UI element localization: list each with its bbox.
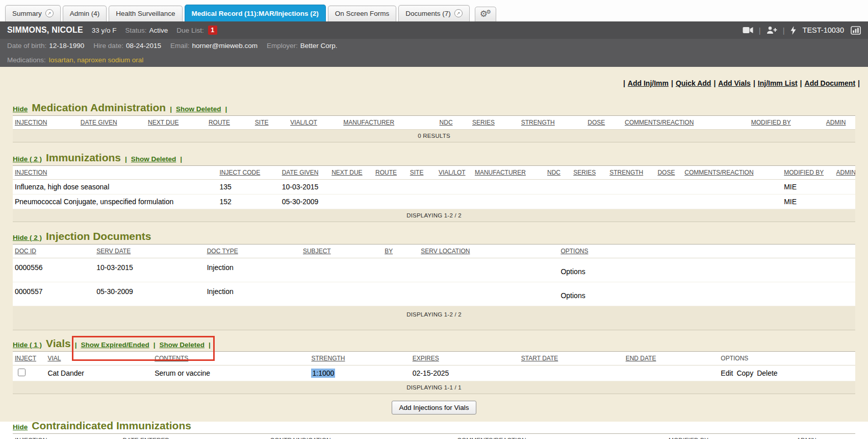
column-header-site[interactable]: SITE: [253, 116, 288, 130]
column-header-series[interactable]: SERIES: [571, 166, 607, 180]
add-injections-for-vials-button[interactable]: Add Injections for Vials: [392, 401, 476, 414]
tab-medical-record-label: Medical Record (11):MAR/Injections (2): [192, 10, 319, 17]
lightning-bolt-icon[interactable]: [790, 26, 796, 35]
show-deleted-link[interactable]: Show Deleted: [160, 341, 205, 349]
show-deleted-link[interactable]: Show Deleted: [176, 105, 221, 113]
table-row: 0000556 10-03-2015 Injection Options: [13, 258, 855, 282]
column-header-date-given[interactable]: DATE GIVEN: [280, 166, 329, 180]
column-header-ndc[interactable]: NDC: [545, 166, 571, 180]
vial-row-checkbox[interactable]: [18, 369, 25, 376]
column-header-subject[interactable]: SUBJECT: [301, 245, 382, 258]
column-header-injection[interactable]: INJECTION: [13, 166, 217, 180]
column-header-by[interactable]: BY: [382, 245, 419, 258]
column-header-vial-lot[interactable]: VIAL/LOT: [437, 166, 473, 180]
patient-banner-row-1: SIMMONS, NICOLE 33 y/o F Status: Active …: [0, 21, 868, 39]
column-header-site[interactable]: SITE: [408, 166, 437, 180]
hide-link[interactable]: Hide ( 1 ): [13, 341, 42, 349]
options-menu-link[interactable]: Options: [558, 258, 855, 282]
bar-chart-icon[interactable]: [851, 26, 861, 35]
column-header-modified-by[interactable]: MODIFIED BY: [782, 166, 834, 180]
column-header-strength[interactable]: STRENGTH: [309, 352, 410, 365]
popout-icon[interactable]: ↗: [45, 9, 54, 17]
tab-documents[interactable]: Documents (7) ↗: [398, 5, 470, 21]
add-person-icon[interactable]: [767, 26, 777, 34]
video-camera-icon[interactable]: [743, 27, 753, 34]
options-menu-link[interactable]: Options: [558, 282, 855, 306]
column-header-next-due[interactable]: NEXT DUE: [146, 116, 207, 130]
due-list-badge[interactable]: 1: [208, 26, 217, 35]
column-header-inject-code[interactable]: INJECT CODE: [217, 166, 279, 180]
doc-id-cell[interactable]: 0000557: [13, 282, 94, 306]
medication-link[interactable]: naproxen sodium oral: [77, 56, 143, 64]
show-expired-ended-link[interactable]: Show Expired/Ended: [81, 341, 149, 349]
column-header-manufacturer[interactable]: MANUFACTURER: [341, 116, 437, 130]
column-header-injection[interactable]: INJECTION: [13, 116, 79, 130]
column-header-vial[interactable]: VIAL: [45, 352, 152, 365]
column-header-dose[interactable]: DOSE: [585, 116, 623, 130]
table-header-row: INJECTION DATE GIVEN NEXT DUE ROUTE SITE…: [13, 116, 855, 130]
column-header-ndc[interactable]: NDC: [438, 116, 470, 130]
table-header-row: DOC ID SERV DATE DOC TYPE SUBJECT BY SER…: [13, 245, 855, 258]
add-inj-imm-link[interactable]: Add Inj/Imm: [628, 79, 669, 87]
column-header-dose[interactable]: DOSE: [655, 166, 682, 180]
column-header-route[interactable]: ROUTE: [207, 116, 253, 130]
column-header-comments-reaction[interactable]: COMMENTS/REACTION: [623, 116, 749, 130]
column-header-date-given[interactable]: DATE GIVEN: [79, 116, 146, 130]
column-header-admin[interactable]: ADMIN: [795, 434, 855, 439]
column-header-strength[interactable]: STRENGTH: [607, 166, 655, 180]
column-header-injection[interactable]: INJECTION: [13, 434, 120, 439]
section-immunizations: Hide ( 2 ) Immunizations | Show Deleted …: [13, 152, 855, 222]
table-cell: [571, 194, 607, 209]
table-cell: [682, 194, 782, 209]
column-header-options[interactable]: OPTIONS: [558, 245, 855, 258]
column-header-modified-by[interactable]: MODIFIED BY: [749, 116, 824, 130]
column-header-admin[interactable]: ADMIN: [824, 116, 855, 130]
column-header-inject[interactable]: INJECT: [13, 352, 45, 365]
add-document-link[interactable]: Add Document: [805, 79, 856, 87]
column-header-route[interactable]: ROUTE: [373, 166, 408, 180]
hide-link[interactable]: Hide: [13, 105, 28, 113]
medication-link[interactable]: losartan: [49, 56, 73, 64]
column-header-end-date[interactable]: END DATE: [624, 352, 719, 365]
tab-on-screen-forms-label: On Screen Forms: [335, 10, 390, 17]
show-deleted-link[interactable]: Show Deleted: [131, 155, 176, 163]
hide-link[interactable]: Hide ( 2 ): [13, 155, 42, 163]
quick-add-link[interactable]: Quick Add: [676, 79, 711, 87]
column-header-serv-location[interactable]: SERV LOCATION: [419, 245, 558, 258]
column-header-next-due[interactable]: NEXT DUE: [329, 166, 373, 180]
section-injection-documents: Hide ( 2 ) Injection Documents DOC ID SE…: [13, 230, 855, 330]
column-header-vial-lot[interactable]: VIAL/LOT: [288, 116, 341, 130]
column-header-date-entered[interactable]: DATE ENTERED: [120, 434, 268, 439]
copy-link[interactable]: Copy: [736, 369, 753, 377]
column-header-doc-type[interactable]: DOC TYPE: [205, 245, 301, 258]
hide-link[interactable]: Hide: [13, 423, 28, 431]
column-header-doc-id[interactable]: DOC ID: [13, 245, 94, 258]
hide-link[interactable]: Hide ( 2 ): [13, 234, 42, 241]
tab-health-surveillance[interactable]: Health Surveillance: [109, 6, 182, 21]
column-header-comments-reaction[interactable]: COMMENTS/REACTION: [682, 166, 782, 180]
tab-medical-record[interactable]: Medical Record (11):MAR/Injections (2): [185, 5, 326, 21]
column-header-serv-date[interactable]: SERV DATE: [94, 245, 205, 258]
column-header-contents[interactable]: CONTENTS: [152, 352, 309, 365]
column-header-start-date[interactable]: START DATE: [519, 352, 624, 365]
delete-link[interactable]: Delete: [757, 369, 777, 377]
column-header-contraindication[interactable]: CONTRAINDICATION: [268, 434, 455, 439]
medications-list: losartan, naproxen sodium oral: [49, 56, 143, 64]
tab-summary[interactable]: Summary ↗: [5, 5, 61, 21]
column-header-modified-by[interactable]: MODIFIED BY: [667, 434, 795, 439]
column-header-admin[interactable]: ADMIN: [834, 166, 855, 180]
popout-icon[interactable]: ↗: [454, 9, 463, 17]
inj-imm-list-link[interactable]: Inj/Imm List: [758, 79, 798, 87]
edit-link[interactable]: Edit: [721, 369, 733, 377]
column-header-comments-reaction[interactable]: COMMENTS/REACTION: [455, 434, 667, 439]
column-header-manufacturer[interactable]: MANUFACTURER: [473, 166, 545, 180]
column-header-series[interactable]: SERIES: [470, 116, 519, 130]
doc-id-cell[interactable]: 0000556: [13, 258, 94, 282]
tab-on-screen-forms[interactable]: On Screen Forms: [328, 6, 397, 21]
column-header-expires[interactable]: EXPIRES: [411, 352, 519, 365]
tab-admin[interactable]: Admin (4): [63, 6, 107, 21]
settings-gear-button[interactable]: ⚙ ⚙: [475, 7, 496, 21]
add-vials-link[interactable]: Add Vials: [718, 79, 751, 87]
separator: |: [623, 79, 625, 87]
column-header-strength[interactable]: STRENGTH: [519, 116, 586, 130]
